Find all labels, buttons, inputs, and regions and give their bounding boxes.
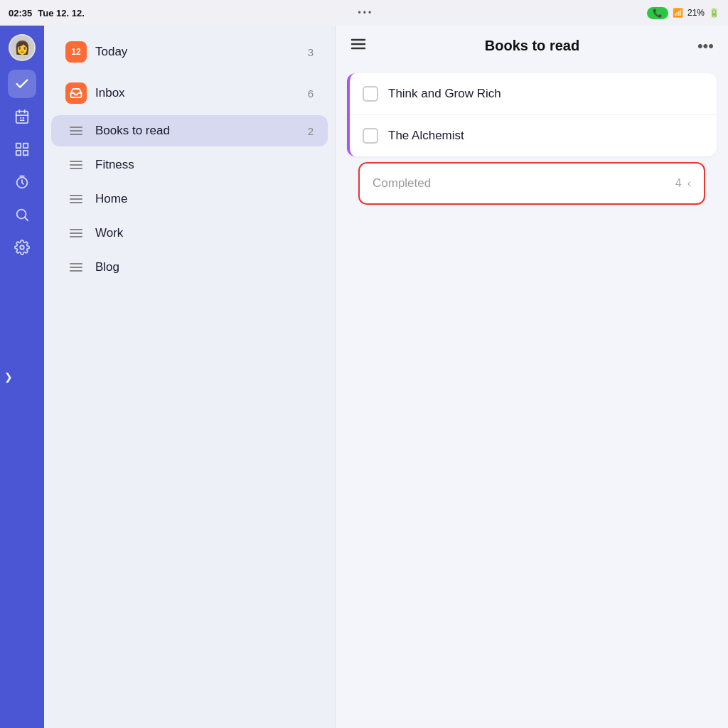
svg-text:12: 12 [19, 117, 25, 122]
completed-right: 4 ‹ [675, 177, 691, 190]
sidebar-books-count: 2 [308, 125, 314, 137]
svg-rect-7 [16, 151, 21, 155]
home-list-icon [65, 195, 87, 203]
today-icon: 12 [65, 41, 87, 63]
completed-count: 4 [675, 177, 682, 190]
task-text-1: Think and Grow Rich [388, 87, 501, 101]
inbox-icon [65, 82, 87, 104]
rail-timer-icon[interactable] [8, 168, 36, 196]
sidebar-item-blog[interactable]: Blog [51, 252, 328, 283]
sidebar-blog-label: Blog [95, 260, 314, 274]
sidebar-inbox-count: 6 [308, 87, 314, 100]
date-display: Tue 12. 12. [38, 8, 85, 18]
task-checkbox-1[interactable] [363, 86, 378, 102]
svg-rect-5 [16, 144, 21, 148]
rail-checkmark-icon[interactable] [8, 70, 36, 98]
work-list-icon [65, 229, 87, 237]
wifi-icon: 📶 [673, 8, 683, 18]
blog-list-icon [65, 263, 87, 272]
avatar[interactable]: 👩 [9, 34, 36, 61]
svg-point-10 [17, 210, 26, 219]
time-display: 02:35 [9, 8, 32, 18]
sidebar-item-fitness[interactable]: Fitness [51, 149, 328, 181]
svg-rect-8 [23, 151, 28, 155]
call-badge: 📞 [647, 7, 668, 19]
completed-section[interactable]: Completed 4 ‹ [358, 162, 705, 205]
sidebar-today-count: 3 [308, 46, 314, 58]
sidebar-books-label: Books to read [95, 124, 299, 138]
books-list-icon [65, 127, 87, 135]
sidebar-today-label: Today [95, 45, 299, 59]
chevron-left-icon: ‹ [687, 177, 691, 190]
status-bar: 02:35 Tue 12. 12. ••• 📞 📶 21% 🔋 [0, 0, 728, 26]
chevron-right-icon: ❯ [4, 371, 13, 382]
battery-icon: 🔋 [709, 8, 719, 18]
rail-calendar-icon[interactable]: 12 [8, 102, 36, 131]
status-right: 📞 📶 21% 🔋 [647, 7, 719, 19]
task-item-2: The Alchemist [350, 115, 717, 156]
phone-icon: 📞 [653, 9, 663, 18]
sidebar-home-label: Home [95, 192, 314, 206]
sidebar-item-inbox[interactable]: Inbox 6 [51, 74, 328, 112]
sidebar-inbox-label: Inbox [95, 86, 299, 100]
sidebar: 12 Today 3 Inbox 6 Books to read 2 [44, 26, 336, 728]
svg-point-12 [20, 245, 24, 250]
svg-rect-6 [23, 144, 28, 148]
status-left: 02:35 Tue 12. 12. [9, 8, 85, 18]
app-container: ❯ 👩 12 [0, 26, 728, 728]
task-list: Think and Grow Rich The Alchemist Comple… [336, 66, 728, 728]
task-checkbox-2[interactable] [363, 128, 378, 144]
sidebar-work-label: Work [95, 226, 314, 240]
battery-percent: 21% [687, 8, 705, 18]
task-text-2: The Alchemist [388, 129, 464, 143]
svg-line-11 [25, 218, 28, 220]
rail-grid-icon[interactable] [8, 135, 36, 164]
rail-settings-icon[interactable] [8, 233, 36, 262]
status-center-dots: ••• [358, 8, 374, 18]
more-options-button[interactable]: ••• [697, 37, 714, 55]
hamburger-menu-button[interactable] [350, 36, 367, 56]
sidebar-item-home[interactable]: Home [51, 183, 328, 215]
sidebar-item-books-to-read[interactable]: Books to read 2 [51, 115, 328, 146]
task-item-1: Think and Grow Rich [350, 73, 717, 115]
fitness-list-icon [65, 161, 87, 169]
collapse-sidebar-button[interactable]: ❯ [0, 355, 17, 398]
main-title: Books to read [485, 38, 579, 54]
rail-search-icon[interactable] [8, 200, 36, 229]
task-card: Think and Grow Rich The Alchemist [347, 73, 717, 156]
avatar-emoji: 👩 [14, 40, 30, 55]
completed-label: Completed [373, 176, 431, 191]
sidebar-item-work[interactable]: Work [51, 218, 328, 249]
sidebar-fitness-label: Fitness [95, 158, 314, 172]
main-content: Books to read ••• Think and Grow Rich Th… [336, 26, 728, 728]
sidebar-item-today[interactable]: 12 Today 3 [51, 33, 328, 71]
main-header: Books to read ••• [336, 26, 728, 66]
